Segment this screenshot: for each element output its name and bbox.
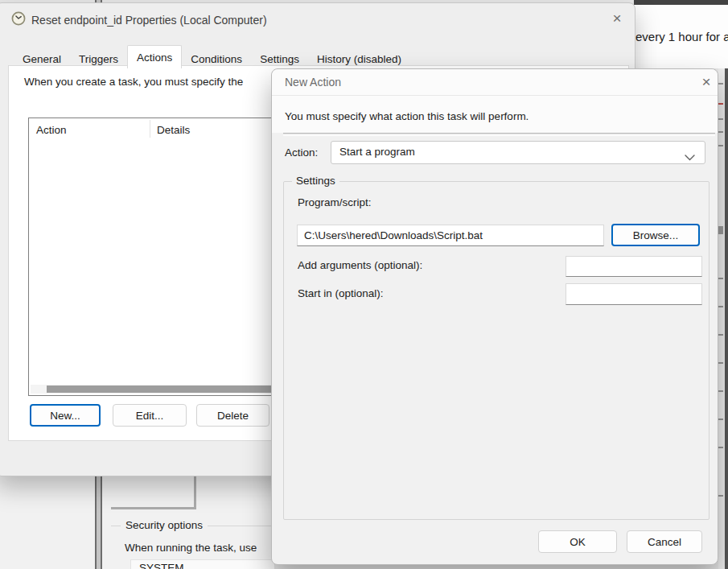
action-select[interactable]: Start a program [331,141,705,164]
tab-actions[interactable]: Actions [127,45,182,68]
background-window-fragment-right [718,68,728,569]
browse-button[interactable]: Browse... [611,224,700,246]
background-content-mark [718,495,723,497]
trigger-description-fragment: every 1 hour for a [635,30,728,43]
etched-divider [283,133,715,136]
background-content-mark [718,447,723,448]
background-content-mark [718,362,723,364]
properties-dialog-title: Reset endpoint_id Properties (Local Comp… [31,14,267,27]
start-in-label: Start in (optional): [298,287,384,299]
ok-button[interactable]: OK [538,530,617,553]
background-window-edge [634,0,728,5]
run-task-user-text: When running the task, use [125,542,257,554]
edit-action-button[interactable]: Edit... [113,404,187,427]
background-panel-edge [194,476,196,509]
background-content-mark [718,103,723,105]
action-selected-value: Start a program [339,146,415,158]
delete-action-button[interactable]: Delete [196,404,269,427]
new-action-button[interactable]: New... [30,404,101,427]
new-action-title: New Action [285,76,341,89]
new-action-dialog: New Action × You must specify what actio… [271,68,718,565]
column-header-details[interactable]: Details [157,124,190,136]
settings-group: Settings Program/script: Browse... Add a… [283,181,709,520]
column-separator[interactable] [150,120,150,138]
user-account-field: SYSTEM [130,559,275,569]
background-content-mark [718,390,723,392]
add-arguments-label: Add arguments (optional): [298,259,422,271]
background-content-mark [718,334,723,336]
title-separator [272,95,718,96]
background-content-mark [718,131,723,133]
program-script-label: Program/script: [298,196,372,208]
settings-group-label: Settings [292,175,339,187]
task-scheduler-clock-icon [11,11,26,29]
actions-intro-text: When you create a task, you must specify… [24,76,243,88]
close-icon[interactable]: × [607,10,627,29]
background-content-mark [718,118,723,120]
action-label: Action: [285,146,318,159]
program-script-input[interactable] [297,225,604,246]
security-options-label: Security options [121,519,208,531]
background-content-mark [718,83,723,85]
chevron-down-icon [685,150,695,164]
background-content-mark [718,226,723,234]
background-content-mark [718,145,723,146]
cancel-button[interactable]: Cancel [627,530,702,553]
column-header-action[interactable]: Action [36,124,67,136]
background-content-mark [718,278,723,279]
instruction-text: You must specify what action this task w… [285,110,529,122]
close-icon[interactable]: × [697,73,716,93]
task-scheduler-screen: every 1 hour for a Security options When… [0,0,728,569]
user-account-value: SYSTEM [139,562,184,569]
background-content-mark [718,306,723,307]
add-arguments-input[interactable] [566,256,702,277]
background-content-mark [718,419,723,420]
start-in-input[interactable] [566,283,702,305]
background-panel-edge [111,507,196,509]
background-window-fragment-top: every 1 hour for a [634,0,728,68]
